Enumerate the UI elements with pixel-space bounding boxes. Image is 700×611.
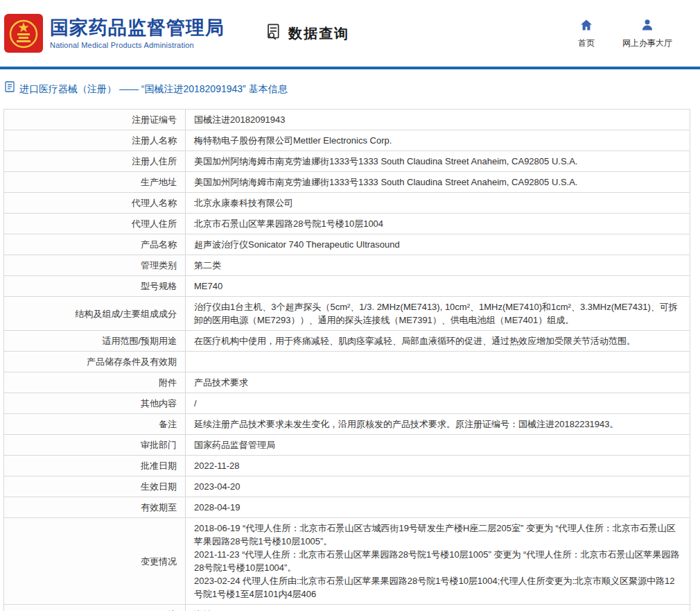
home-icon [579, 18, 593, 34]
row-label: 备注 [4, 414, 186, 435]
row-label: 其他内容 [4, 393, 186, 414]
table-row: ●注详情 [4, 605, 690, 611]
nav-home[interactable]: 首页 [578, 18, 595, 49]
row-value: ME740 [186, 276, 690, 297]
table-row: 结构及组成/主要组成成分治疗仪由1台主机、3个超声探头（5cm²、1/3. 2M… [4, 297, 690, 331]
row-label: 审批部门 [4, 435, 186, 456]
row-label: 有效期至 [4, 497, 186, 518]
row-label: 批准日期 [4, 456, 186, 476]
row-value: 详情 [186, 605, 690, 611]
row-label: 注册证编号 [4, 110, 186, 130]
row-value: 梅特勒电子股份有限公司Mettler Electronics Corp. [186, 130, 690, 151]
row-value [186, 352, 690, 372]
row-value: 北京市石景山区苹果园路28号院1号楼10层1004 [186, 214, 690, 234]
breadcrumb-text: 进口医疗器械（注册） —— “国械注进20182091943” 基本信息 [19, 82, 288, 96]
row-value: 国械注进20182091943 [186, 110, 690, 130]
table-row: 代理人住所北京市石景山区苹果园路28号院1号楼10层1004 [4, 214, 690, 234]
row-label: 产品储存条件及有效期 [4, 352, 186, 372]
table-row: 注册证编号国械注进20182091943 [4, 110, 690, 130]
row-value: 治疗仪由1台主机、3个超声探头（5cm²、1/3. 2MHz(ME7413), … [186, 297, 690, 331]
row-label: 变更情况 [4, 518, 186, 605]
table-row: 审批部门国家药品监督管理局 [4, 435, 690, 456]
row-value: 2023-04-20 [186, 476, 690, 497]
document-icon [5, 81, 15, 96]
breadcrumb: 进口医疗器械（注册） —— “国械注进20182091943” 基本信息 [0, 69, 700, 105]
data-query-label: 数据查询 [288, 24, 349, 43]
table-row: 生产地址美国加州阿纳海姆市南克劳迪娜街1333号1333 South Claud… [4, 172, 690, 193]
person-icon [640, 18, 654, 34]
table-row: 产品名称超声波治疗仪Sonicator 740 Therapeutic Ultr… [4, 234, 690, 255]
table-row: 批准日期2022-11-28 [4, 456, 690, 476]
row-value: 2018-06-19 “代理人住所：北京市石景山区古城西街19号研发生产楼H座二… [186, 518, 690, 605]
row-label: 注册人名称 [4, 130, 186, 151]
table-row: 管理类别第二类 [4, 255, 690, 276]
table-row: 生效日期2023-04-20 [4, 476, 690, 497]
row-value: 2028-04-19 [186, 497, 690, 518]
table-row: 其他内容/ [4, 393, 690, 414]
row-label: 附件 [4, 372, 186, 393]
nmpa-logo[interactable] [4, 14, 43, 53]
row-value: 产品技术要求 [186, 372, 690, 393]
row-label: 生产地址 [4, 172, 186, 193]
row-label: 代理人住所 [4, 214, 186, 234]
table-row: 有效期至2028-04-19 [4, 497, 690, 518]
table-row: 变更情况2018-06-19 “代理人住所：北京市石景山区古城西街19号研发生产… [4, 518, 690, 605]
row-value: 美国加州阿纳海姆市南克劳迪娜街1333号1333 South Claudina … [186, 151, 690, 172]
site-header: 国家药品监督管理局 National Medical Products Admi… [0, 0, 700, 67]
china-emblem-icon [4, 14, 43, 53]
row-label: 代理人名称 [4, 193, 186, 214]
nav-home-label: 首页 [578, 37, 595, 49]
row-label: 产品名称 [4, 234, 186, 255]
row-value: 第二类 [186, 255, 690, 276]
header-nav: 首页 网上办事大厅 [578, 18, 693, 49]
row-label: 型号规格 [4, 276, 186, 297]
row-value: 美国加州阿纳海姆市南克劳迪娜街1333号1333 South Claudina … [186, 172, 690, 193]
table-row: 产品储存条件及有效期 [4, 352, 690, 372]
table-row: 适用范围/预期用途在医疗机构中使用，用于疼痛减轻、肌肉痉挛减轻、局部血液循环的促… [4, 331, 690, 352]
row-label: ●注 [4, 605, 186, 611]
registration-info-table: 注册证编号国械注进20182091943注册人名称梅特勒电子股份有限公司Mett… [3, 109, 690, 611]
row-label: 管理类别 [4, 255, 186, 276]
table-row: 代理人名称北京永康泰科技有限公司 [4, 193, 690, 214]
row-label: 生效日期 [4, 476, 186, 497]
row-value: 北京永康泰科技有限公司 [186, 193, 690, 214]
row-value: 延续注册产品技术要求未发生变化，沿用原核发的产品技术要求。原注册证编号：国械注进… [186, 414, 690, 435]
nav-online-hall[interactable]: 网上办事大厅 [622, 18, 672, 49]
table-row: 注册人名称梅特勒电子股份有限公司Mettler Electronics Corp… [4, 130, 690, 151]
table-row: 附件产品技术要求 [4, 372, 690, 393]
table-row: 注册人住所美国加州阿纳海姆市南克劳迪娜街1333号1333 South Clau… [4, 151, 690, 172]
org-name-cn: 国家药品监督管理局 [50, 17, 225, 38]
row-value: 2022-11-28 [186, 456, 690, 476]
row-value: 国家药品监督管理局 [186, 435, 690, 456]
row-label: 注册人住所 [4, 151, 186, 172]
table-row: 备注延续注册产品技术要求未发生变化，沿用原核发的产品技术要求。原注册证编号：国械… [4, 414, 690, 435]
row-value: 超声波治疗仪Sonicator 740 Therapeutic Ultrasou… [186, 234, 690, 255]
org-name-en: National Medical Products Administration [50, 41, 225, 49]
data-query-icon [265, 22, 283, 44]
row-label: 结构及组成/主要组成成分 [4, 297, 186, 331]
row-value: / [186, 393, 690, 414]
table-row: 型号规格ME740 [4, 276, 690, 297]
info-table-body: 注册证编号国械注进20182091943注册人名称梅特勒电子股份有限公司Mett… [4, 110, 690, 611]
row-label: 适用范围/预期用途 [4, 331, 186, 352]
data-query-title: 数据查询 [265, 22, 349, 44]
row-value: 在医疗机构中使用，用于疼痛减轻、肌肉痉挛减轻、局部血液循环的促进、通过热效应增加… [186, 331, 690, 352]
nav-hall-label: 网上办事大厅 [622, 37, 672, 49]
org-names: 国家药品监督管理局 National Medical Products Admi… [50, 17, 225, 49]
